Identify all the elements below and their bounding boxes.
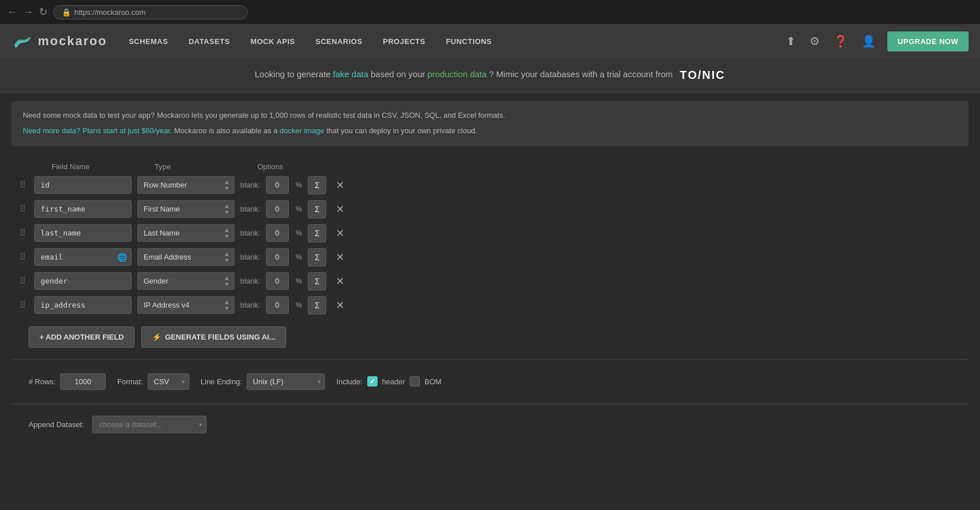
field-name-input[interactable] [34, 272, 132, 290]
bottom-controls: # Rows: Format: CSV JSON SQL Excel ▾ Lin… [23, 365, 969, 398]
banner-production-data-link[interactable]: production data [427, 69, 486, 79]
settings-icon[interactable]: ⚙ [807, 32, 822, 50]
nav-schemas[interactable]: SCHEMAS [118, 24, 178, 58]
delete-button[interactable]: ✕ [332, 225, 348, 241]
delete-button[interactable]: ✕ [332, 177, 348, 193]
delete-button[interactable]: ✕ [332, 249, 348, 265]
field-name-input[interactable] [34, 224, 132, 242]
blank-input[interactable] [266, 200, 289, 218]
drag-handle-icon[interactable]: ⠿ [17, 276, 29, 286]
sigma-button[interactable]: Σ [308, 200, 326, 218]
drag-handle-icon[interactable]: ⠿ [17, 228, 29, 238]
type-select-wrapper: First Name Row Number Last Name Email Ad… [137, 200, 235, 218]
pricing-link[interactable]: Need more data? Plans start at just $60/… [23, 126, 172, 135]
info-middle: Mockaroo is also available as a [174, 126, 280, 135]
line-ending-label: Line Ending: [201, 377, 242, 386]
field-name-input[interactable] [34, 176, 132, 194]
forward-button[interactable]: → [23, 6, 33, 18]
upgrade-button[interactable]: UPGRADE NOW [887, 31, 969, 51]
type-select[interactable]: Last Name Row Number First Name Email Ad… [137, 224, 235, 242]
sigma-button[interactable]: Σ [308, 272, 326, 290]
blank-input[interactable] [266, 248, 289, 266]
add-field-button[interactable]: + ADD ANOTHER FIELD [29, 326, 134, 348]
blank-pct: % [296, 253, 303, 261]
dataset-select-wrapper: choose a dataset... ▾ [92, 416, 207, 433]
docker-link[interactable]: docker image [280, 126, 324, 135]
table-row: ⠿ IP Address v4 Row Number First Name La… [17, 293, 969, 317]
table-row: ⠿ Last Name Row Number First Name Email … [17, 221, 969, 245]
line-ending-select-wrapper: Unix (LF) Windows (CRLF) ▾ [247, 373, 325, 390]
blank-label: blank: [240, 277, 260, 285]
banner-fake-data-link[interactable]: fake data [333, 69, 368, 79]
sigma-button[interactable]: Σ [308, 296, 326, 314]
nav-datasets[interactable]: DATASETS [178, 24, 240, 58]
type-select-wrapper: IP Address v4 Row Number First Name Last… [137, 296, 235, 314]
blank-label: blank: [240, 229, 260, 237]
table-row: ⠿ First Name Row Number Last Name Email … [17, 197, 969, 221]
type-header: Type [149, 162, 246, 171]
drag-handle-icon[interactable]: ⠿ [17, 300, 29, 310]
nav-projects[interactable]: PROJECTS [372, 24, 435, 58]
rows-input[interactable] [60, 373, 106, 390]
type-select[interactable]: Email Address Row Number First Name Last… [137, 248, 235, 266]
delete-button[interactable]: ✕ [332, 273, 348, 289]
append-label: Append Dataset: [29, 420, 84, 429]
generate-ai-label: GENERATE FIELDS USING AI... [165, 333, 275, 341]
back-button[interactable]: ← [7, 6, 17, 18]
type-select[interactable]: Row Number First Name Last Name Email Ad… [137, 176, 235, 194]
divider2 [11, 404, 969, 404]
upload-icon[interactable]: ⬆ [784, 32, 798, 50]
dataset-select[interactable]: choose a dataset... [92, 416, 207, 433]
include-label: Include: [336, 377, 363, 386]
blank-label: blank: [240, 301, 260, 309]
blank-pct: % [296, 277, 303, 285]
format-select[interactable]: CSV JSON SQL Excel [148, 373, 189, 390]
rows-label: # Rows: [29, 377, 55, 386]
bom-checkbox[interactable] [410, 376, 420, 387]
nav-mock-apis[interactable]: MOCK APIS [240, 24, 305, 58]
include-group: Include: ✓ header BOM [336, 376, 442, 387]
generate-ai-button[interactable]: ⚡ GENERATE FIELDS USING AI... [141, 326, 286, 348]
logo-area: mockaroo [11, 33, 107, 49]
blank-input[interactable] [266, 272, 289, 290]
url-text: https://mockaroo.com [74, 8, 145, 17]
field-name-input[interactable] [34, 296, 132, 314]
banner-text-middle: based on your [371, 69, 427, 79]
nav-scenarios[interactable]: SCENARIOS [305, 24, 373, 58]
tonic-banner: Looking to generate fake data based on y… [0, 58, 980, 93]
delete-button[interactable]: ✕ [332, 297, 348, 313]
sigma-button[interactable]: Σ [308, 248, 326, 266]
drag-handle-icon[interactable]: ⠿ [17, 180, 29, 190]
banner-text-before: Looking to generate [255, 69, 333, 79]
nav-functions[interactable]: FUNCTIONS [435, 24, 502, 58]
sigma-button[interactable]: Σ [308, 176, 326, 194]
blank-label: blank: [240, 205, 260, 213]
format-group: Format: CSV JSON SQL Excel ▾ [117, 373, 189, 390]
line-ending-group: Line Ending: Unix (LF) Windows (CRLF) ▾ [201, 373, 325, 390]
type-select-wrapper: Last Name Row Number First Name Email Ad… [137, 224, 235, 242]
bom-label: BOM [424, 377, 442, 386]
header-label: header [382, 377, 405, 386]
address-bar: 🔒 https://mockaroo.com [53, 5, 248, 19]
line-ending-select[interactable]: Unix (LF) Windows (CRLF) [247, 373, 325, 390]
drag-handle-icon[interactable]: ⠿ [17, 204, 29, 214]
header-checkbox[interactable]: ✓ [367, 376, 378, 387]
blank-input[interactable] [266, 296, 289, 314]
sigma-button[interactable]: Σ [308, 224, 326, 242]
refresh-button[interactable]: ↻ [39, 6, 47, 18]
help-icon[interactable]: ❓ [831, 32, 850, 50]
drag-handle-icon[interactable]: ⠿ [17, 252, 29, 262]
blank-input[interactable] [266, 176, 289, 194]
blank-input[interactable] [266, 224, 289, 242]
type-select[interactable]: First Name Row Number Last Name Email Ad… [137, 200, 235, 218]
delete-button[interactable]: ✕ [332, 201, 348, 217]
lock-icon: 🔒 [62, 8, 71, 17]
banner-text-after: ? Mimic your databases with a trial acco… [489, 69, 673, 79]
field-name-input[interactable] [34, 200, 132, 218]
globe-icon: 🌐 [117, 253, 127, 262]
format-select-wrapper: CSV JSON SQL Excel ▾ [148, 373, 189, 390]
type-select[interactable]: Gender Row Number First Name Last Name E… [137, 272, 235, 290]
email-field-wrapper: 🌐 [34, 248, 132, 266]
type-select[interactable]: IP Address v4 Row Number First Name Last… [137, 296, 235, 314]
user-icon[interactable]: 👤 [859, 32, 878, 50]
